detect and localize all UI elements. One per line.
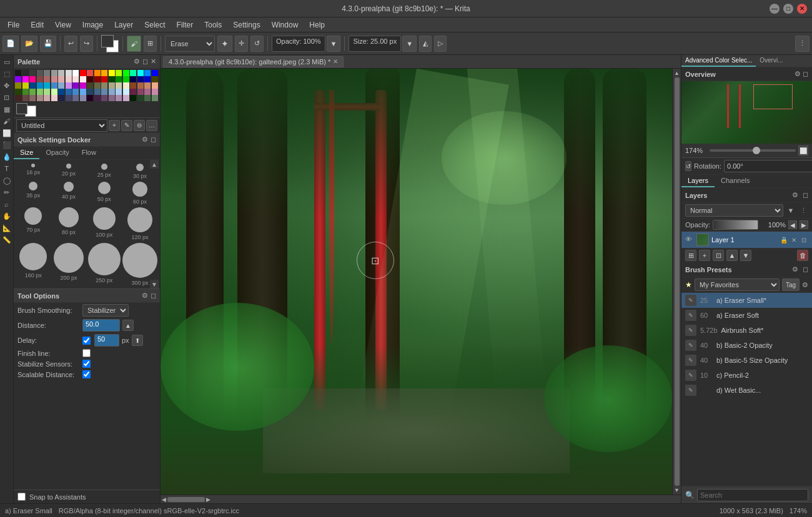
color-swatch[interactable] xyxy=(94,76,101,82)
tag-button[interactable]: Tag xyxy=(782,278,800,291)
color-swatch[interactable] xyxy=(22,70,29,76)
cross-button[interactable]: ✛ xyxy=(235,36,248,52)
stabilize-sensors-checkbox[interactable] xyxy=(82,360,91,368)
color-swatch[interactable] xyxy=(37,89,43,95)
color-swatch[interactable] xyxy=(66,82,72,89)
color-swatch[interactable] xyxy=(116,76,122,82)
save-button[interactable]: 💾 xyxy=(40,36,56,52)
tab-overview[interactable]: Overvi... xyxy=(756,55,786,67)
brush-size-item[interactable]: 40 px xyxy=(52,180,86,205)
color-swatch[interactable] xyxy=(58,95,64,101)
layer-del-btn[interactable]: ✕ xyxy=(790,235,798,244)
color-swatch[interactable] xyxy=(123,76,129,82)
delay-input[interactable]: 50 xyxy=(94,334,119,347)
color-swatch[interactable] xyxy=(66,89,72,95)
undo-button[interactable]: ↩ xyxy=(64,36,77,52)
delay-checkbox[interactable] xyxy=(82,337,91,345)
color-swatch[interactable] xyxy=(94,89,101,95)
layer-delete-btn[interactable]: 🗑 xyxy=(797,250,808,261)
brush-list-settings[interactable]: ⚙ xyxy=(802,281,808,289)
color-swatch[interactable] xyxy=(58,70,64,76)
opacity-down-btn[interactable]: ◀ xyxy=(788,220,797,229)
palette-close[interactable]: ✕ xyxy=(151,57,156,66)
tool-eyedropper[interactable]: 💧 xyxy=(1,151,12,162)
color-swatch[interactable] xyxy=(51,82,57,89)
tool-smudge[interactable]: ⬛ xyxy=(1,139,12,150)
menu-layer[interactable]: Layer xyxy=(109,19,138,31)
color-swatch[interactable] xyxy=(15,70,21,76)
color-swatch[interactable] xyxy=(87,70,93,76)
maximize-button[interactable]: □ xyxy=(783,4,793,14)
color-swatch[interactable] xyxy=(144,70,151,76)
opacity-value[interactable]: Opacity: 100% xyxy=(272,36,325,52)
color-swatch[interactable] xyxy=(72,89,79,95)
layer-del-btn[interactable]: ⊖ xyxy=(134,120,145,131)
canvas-tab-close[interactable]: ✕ xyxy=(333,58,338,65)
palette-settings[interactable]: ⚙ xyxy=(134,57,140,66)
color-selector[interactable] xyxy=(101,35,119,52)
layer-edit-btn[interactable]: ✎ xyxy=(121,120,132,131)
tab-size[interactable]: Size xyxy=(14,147,39,159)
color-swatch[interactable] xyxy=(51,70,57,76)
menu-window[interactable]: Window xyxy=(267,19,304,31)
layer-item[interactable]: 👁 Layer 1 🔒 ✕ ⊡ xyxy=(681,232,812,248)
color-swatch[interactable] xyxy=(22,89,29,95)
color-swatch[interactable] xyxy=(137,89,144,95)
color-swatch[interactable] xyxy=(152,70,158,76)
color-swatch[interactable] xyxy=(72,76,79,82)
layer-move-down-btn[interactable]: ▼ xyxy=(740,250,751,261)
tool-gradient[interactable]: ▦ xyxy=(1,104,12,115)
rotation-icon[interactable]: ↺ xyxy=(685,161,691,171)
brush-list-item[interactable]: ✎60a) Eraser Soft xyxy=(681,308,812,323)
brush-presets-settings[interactable]: ⚙ xyxy=(792,265,798,273)
color-swatch[interactable] xyxy=(29,95,36,101)
tool-path[interactable]: ✏ xyxy=(1,187,12,198)
color-swatch[interactable] xyxy=(80,82,86,89)
brush-panel-expand[interactable]: ◻ xyxy=(151,135,156,144)
color-swatch[interactable] xyxy=(152,82,158,89)
color-swatch[interactable] xyxy=(51,89,57,95)
color-swatch[interactable] xyxy=(66,70,72,76)
color-swatch[interactable] xyxy=(58,76,64,82)
menu-edit[interactable]: Edit xyxy=(26,19,49,31)
palette-fg-color[interactable] xyxy=(16,103,27,114)
brush-list-item[interactable]: ✎40b) Basic-2 Opacity xyxy=(681,338,812,353)
color-swatch[interactable] xyxy=(94,82,101,89)
open-button[interactable]: 📂 xyxy=(21,36,37,52)
color-swatch[interactable] xyxy=(137,95,144,101)
vscroll-down[interactable]: ▼ xyxy=(674,487,680,493)
color-swatch[interactable] xyxy=(44,82,50,89)
color-swatch[interactable] xyxy=(15,82,21,89)
menu-filter[interactable]: Filter xyxy=(172,19,199,31)
color-swatch[interactable] xyxy=(58,89,64,95)
color-swatch[interactable] xyxy=(152,89,158,95)
color-swatch[interactable] xyxy=(144,76,151,82)
brush-scroll-down[interactable]: ▼ xyxy=(150,280,159,288)
tool-crop[interactable]: ⊡ xyxy=(1,92,12,103)
color-swatch[interactable] xyxy=(116,89,122,95)
brush-panel-settings[interactable]: ⚙ xyxy=(142,135,148,144)
favorites-star[interactable]: ★ xyxy=(685,280,692,289)
color-swatch[interactable] xyxy=(15,76,21,82)
color-swatch[interactable] xyxy=(109,76,115,82)
reset-button[interactable]: ↺ xyxy=(250,36,264,52)
close-button[interactable]: ✕ xyxy=(797,4,807,14)
color-swatch[interactable] xyxy=(87,95,93,101)
tool-options-settings[interactable]: ⚙ xyxy=(142,292,148,300)
canvas-viewport[interactable]: ⊡ xyxy=(161,69,672,495)
minimize-button[interactable]: — xyxy=(770,4,780,14)
layers-filter-btn[interactable]: ▼ xyxy=(786,205,796,215)
tool-measure[interactable]: 📏 xyxy=(1,234,12,245)
fg-color[interactable] xyxy=(101,35,114,47)
hscroll-thumb[interactable] xyxy=(167,497,205,502)
layer-move-up-btn[interactable]: ▲ xyxy=(726,250,738,261)
color-swatch[interactable] xyxy=(152,95,158,101)
color-swatch[interactable] xyxy=(29,82,36,89)
layer-add-btn[interactable]: + xyxy=(109,120,120,131)
color-swatch[interactable] xyxy=(87,89,93,95)
brush-size-item[interactable]: 25 px xyxy=(87,162,121,179)
layer-type-btn[interactable]: ⊞ xyxy=(685,250,696,261)
erase-select[interactable]: Erase xyxy=(165,36,215,52)
menu-settings[interactable]: Settings xyxy=(228,19,265,31)
favorites-select[interactable]: My Favorites xyxy=(695,278,780,291)
